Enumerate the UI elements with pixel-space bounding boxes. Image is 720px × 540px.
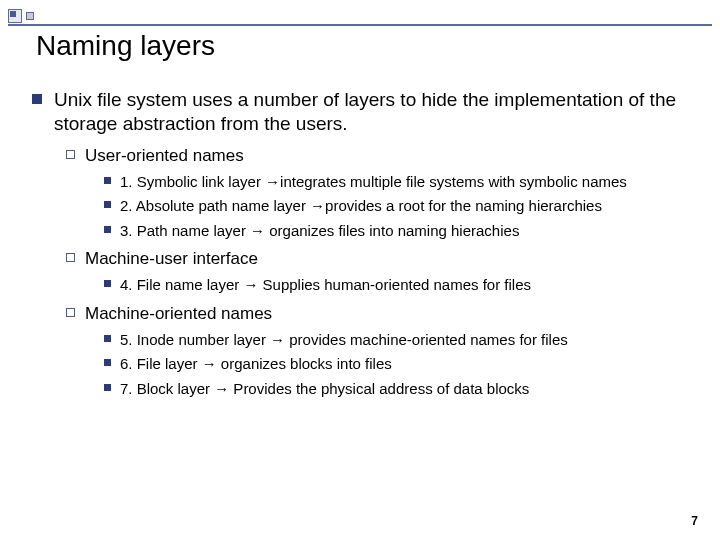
list-item: 5. Inode number layer → provides machine… (104, 330, 690, 350)
list-item-text: 6. File layer → organizes blocks into fi… (120, 354, 392, 374)
small-square-bullet-icon (104, 335, 111, 342)
list-item-text: 4. File name layer → Supplies human-orie… (120, 275, 531, 295)
small-square-bullet-icon (104, 280, 111, 287)
list-item-text: 5. Inode number layer → provides machine… (120, 330, 568, 350)
decoration-square-icon (8, 9, 22, 23)
list-item: 7. Block layer → Provides the physical a… (104, 379, 690, 399)
filled-square-bullet-icon (32, 94, 42, 104)
small-square-bullet-icon (104, 177, 111, 184)
section-heading: Machine-user interface (66, 248, 690, 270)
small-square-bullet-icon (104, 384, 111, 391)
list-item: 6. File layer → organizes blocks into fi… (104, 354, 690, 374)
decoration-small-square-icon (26, 12, 34, 20)
main-bullet-text: Unix file system uses a number of layers… (54, 88, 690, 137)
main-bullet: Unix file system uses a number of layers… (32, 88, 690, 137)
list-item: 1. Symbolic link layer →integrates multi… (104, 172, 690, 192)
small-square-bullet-icon (104, 201, 111, 208)
list-item-text: 7. Block layer → Provides the physical a… (120, 379, 529, 399)
section-heading: User-oriented names (66, 145, 690, 167)
header-divider (8, 24, 712, 26)
list-item: 3. Path name layer → organizes files int… (104, 221, 690, 241)
section-heading: Machine-oriented names (66, 303, 690, 325)
small-square-bullet-icon (104, 359, 111, 366)
slide-content: Unix file system uses a number of layers… (32, 88, 690, 398)
list-item: 4. File name layer → Supplies human-orie… (104, 275, 690, 295)
small-square-bullet-icon (104, 226, 111, 233)
section-heading-text: Machine-user interface (85, 248, 258, 270)
slide-title: Naming layers (36, 30, 215, 62)
hollow-square-bullet-icon (66, 308, 75, 317)
list-item-text: 3. Path name layer → organizes files int… (120, 221, 519, 241)
hollow-square-bullet-icon (66, 253, 75, 262)
list-item-text: 1. Symbolic link layer →integrates multi… (120, 172, 627, 192)
list-item: 2. Absolute path name layer →provides a … (104, 196, 690, 216)
page-number: 7 (691, 514, 698, 528)
section-heading-text: User-oriented names (85, 145, 244, 167)
list-item-text: 2. Absolute path name layer →provides a … (120, 196, 602, 216)
hollow-square-bullet-icon (66, 150, 75, 159)
header-decoration (8, 8, 38, 24)
section-heading-text: Machine-oriented names (85, 303, 272, 325)
